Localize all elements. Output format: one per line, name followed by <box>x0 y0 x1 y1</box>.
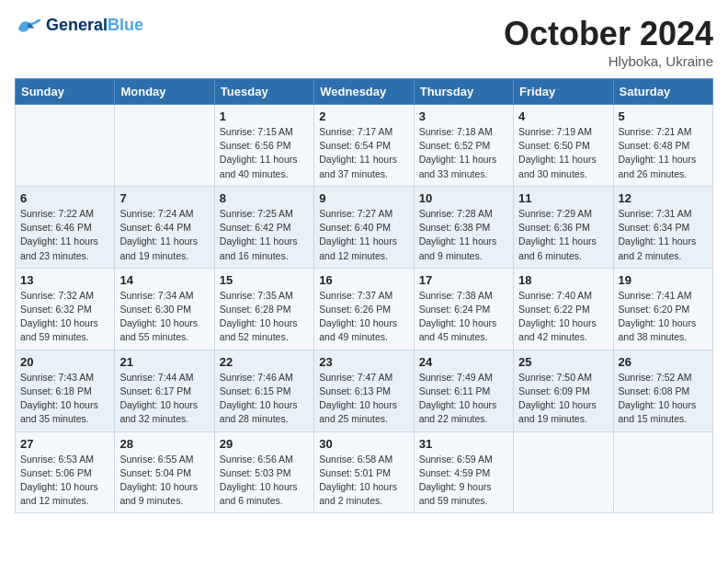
calendar-cell: 26Sunrise: 7:52 AM Sunset: 6:08 PM Dayli… <box>613 350 712 431</box>
day-detail: Sunrise: 7:49 AM Sunset: 6:11 PM Dayligh… <box>419 371 508 427</box>
calendar-cell: 14Sunrise: 7:34 AM Sunset: 6:30 PM Dayli… <box>115 268 214 350</box>
weekday-header-monday: Monday <box>115 79 214 105</box>
calendar-cell: 8Sunrise: 7:25 AM Sunset: 6:42 PM Daylig… <box>214 186 313 268</box>
day-number: 2 <box>319 109 408 123</box>
calendar-cell: 25Sunrise: 7:50 AM Sunset: 6:09 PM Dayli… <box>514 350 613 431</box>
day-number: 4 <box>518 109 608 123</box>
day-detail: Sunrise: 7:41 AM Sunset: 6:20 PM Dayligh… <box>619 289 708 345</box>
calendar-cell <box>514 431 613 513</box>
day-detail: Sunrise: 7:44 AM Sunset: 6:17 PM Dayligh… <box>119 371 209 427</box>
calendar-week-row: 1Sunrise: 7:15 AM Sunset: 6:56 PM Daylig… <box>16 105 713 187</box>
month-title: October 2024 <box>504 15 713 53</box>
calendar-cell: 1Sunrise: 7:15 AM Sunset: 6:56 PM Daylig… <box>214 105 313 187</box>
calendar-cell: 4Sunrise: 7:19 AM Sunset: 6:50 PM Daylig… <box>514 105 613 187</box>
calendar-week-row: 13Sunrise: 7:32 AM Sunset: 6:32 PM Dayli… <box>16 268 713 350</box>
calendar-cell <box>16 105 115 187</box>
day-number: 25 <box>518 355 608 369</box>
day-number: 26 <box>619 355 708 369</box>
day-detail: Sunrise: 7:47 AM Sunset: 6:13 PM Dayligh… <box>319 371 408 427</box>
weekday-header-thursday: Thursday <box>414 79 513 105</box>
day-number: 15 <box>220 273 309 287</box>
calendar-cell: 17Sunrise: 7:38 AM Sunset: 6:24 PM Dayli… <box>414 268 513 350</box>
weekday-header-wednesday: Wednesday <box>314 79 414 105</box>
day-detail: Sunrise: 6:59 AM Sunset: 4:59 PM Dayligh… <box>419 453 508 509</box>
calendar-cell: 19Sunrise: 7:41 AM Sunset: 6:20 PM Dayli… <box>613 268 712 350</box>
day-number: 28 <box>119 437 209 451</box>
day-detail: Sunrise: 7:19 AM Sunset: 6:50 PM Dayligh… <box>518 125 608 181</box>
calendar-cell: 11Sunrise: 7:29 AM Sunset: 6:36 PM Dayli… <box>514 186 613 268</box>
day-detail: Sunrise: 6:56 AM Sunset: 5:03 PM Dayligh… <box>220 453 309 509</box>
day-number: 20 <box>20 355 109 369</box>
weekday-header-tuesday: Tuesday <box>214 79 313 105</box>
day-detail: Sunrise: 7:32 AM Sunset: 6:32 PM Dayligh… <box>20 289 109 345</box>
day-detail: Sunrise: 7:37 AM Sunset: 6:26 PM Dayligh… <box>319 289 408 345</box>
day-number: 29 <box>220 437 309 451</box>
day-number: 11 <box>518 191 608 205</box>
day-detail: Sunrise: 7:22 AM Sunset: 6:46 PM Dayligh… <box>20 207 109 263</box>
calendar-cell: 3Sunrise: 7:18 AM Sunset: 6:52 PM Daylig… <box>414 105 513 187</box>
title-block: October 2024 Hlyboka, Ukraine <box>504 15 713 69</box>
day-number: 6 <box>20 191 109 205</box>
calendar-cell: 27Sunrise: 6:53 AM Sunset: 5:06 PM Dayli… <box>16 431 115 513</box>
day-number: 30 <box>319 437 408 451</box>
day-detail: Sunrise: 7:17 AM Sunset: 6:54 PM Dayligh… <box>319 125 408 181</box>
day-detail: Sunrise: 7:21 AM Sunset: 6:48 PM Dayligh… <box>619 125 708 181</box>
location-subtitle: Hlyboka, Ukraine <box>504 53 713 69</box>
weekday-header-sunday: Sunday <box>16 79 115 105</box>
day-detail: Sunrise: 7:29 AM Sunset: 6:36 PM Dayligh… <box>518 207 608 263</box>
day-detail: Sunrise: 7:27 AM Sunset: 6:40 PM Dayligh… <box>319 207 408 263</box>
calendar-cell: 30Sunrise: 6:58 AM Sunset: 5:01 PM Dayli… <box>314 431 414 513</box>
day-number: 22 <box>220 355 309 369</box>
day-detail: Sunrise: 7:50 AM Sunset: 6:09 PM Dayligh… <box>518 371 608 427</box>
day-number: 14 <box>119 273 209 287</box>
calendar-cell: 15Sunrise: 7:35 AM Sunset: 6:28 PM Dayli… <box>214 268 313 350</box>
calendar-cell: 23Sunrise: 7:47 AM Sunset: 6:13 PM Dayli… <box>314 350 414 431</box>
day-detail: Sunrise: 7:24 AM Sunset: 6:44 PM Dayligh… <box>119 207 209 263</box>
day-number: 21 <box>119 355 209 369</box>
day-number: 1 <box>220 109 309 123</box>
calendar-cell: 2Sunrise: 7:17 AM Sunset: 6:54 PM Daylig… <box>314 105 414 187</box>
day-number: 9 <box>319 191 408 205</box>
weekday-header-saturday: Saturday <box>613 79 712 105</box>
day-number: 24 <box>419 355 508 369</box>
day-number: 31 <box>419 437 508 451</box>
day-detail: Sunrise: 7:40 AM Sunset: 6:22 PM Dayligh… <box>518 289 608 345</box>
day-number: 12 <box>619 191 708 205</box>
logo-text: GeneralBlue <box>46 17 143 35</box>
calendar-cell: 31Sunrise: 6:59 AM Sunset: 4:59 PM Dayli… <box>414 431 513 513</box>
day-number: 10 <box>419 191 508 205</box>
calendar-cell: 13Sunrise: 7:32 AM Sunset: 6:32 PM Dayli… <box>16 268 115 350</box>
weekday-header-friday: Friday <box>514 79 613 105</box>
day-number: 7 <box>119 191 209 205</box>
calendar-cell: 24Sunrise: 7:49 AM Sunset: 6:11 PM Dayli… <box>414 350 513 431</box>
calendar-cell: 20Sunrise: 7:43 AM Sunset: 6:18 PM Dayli… <box>16 350 115 431</box>
logo: GeneralBlue <box>15 15 143 37</box>
page-header: GeneralBlue October 2024 Hlyboka, Ukrain… <box>15 15 713 69</box>
day-number: 18 <box>518 273 608 287</box>
calendar-cell: 12Sunrise: 7:31 AM Sunset: 6:34 PM Dayli… <box>613 186 712 268</box>
calendar-cell: 29Sunrise: 6:56 AM Sunset: 5:03 PM Dayli… <box>214 431 313 513</box>
calendar-table: SundayMondayTuesdayWednesdayThursdayFrid… <box>15 78 713 513</box>
calendar-week-row: 27Sunrise: 6:53 AM Sunset: 5:06 PM Dayli… <box>16 431 713 513</box>
day-detail: Sunrise: 7:31 AM Sunset: 6:34 PM Dayligh… <box>619 207 708 263</box>
day-detail: Sunrise: 7:25 AM Sunset: 6:42 PM Dayligh… <box>220 207 309 263</box>
weekday-header-row: SundayMondayTuesdayWednesdayThursdayFrid… <box>16 79 713 105</box>
day-detail: Sunrise: 6:53 AM Sunset: 5:06 PM Dayligh… <box>20 453 109 509</box>
calendar-cell: 28Sunrise: 6:55 AM Sunset: 5:04 PM Dayli… <box>115 431 214 513</box>
calendar-cell: 16Sunrise: 7:37 AM Sunset: 6:26 PM Dayli… <box>314 268 414 350</box>
day-number: 17 <box>419 273 508 287</box>
day-detail: Sunrise: 7:34 AM Sunset: 6:30 PM Dayligh… <box>119 289 209 345</box>
day-detail: Sunrise: 7:52 AM Sunset: 6:08 PM Dayligh… <box>619 371 708 427</box>
day-number: 27 <box>20 437 109 451</box>
calendar-cell: 21Sunrise: 7:44 AM Sunset: 6:17 PM Dayli… <box>115 350 214 431</box>
day-detail: Sunrise: 7:15 AM Sunset: 6:56 PM Dayligh… <box>220 125 309 181</box>
day-detail: Sunrise: 6:58 AM Sunset: 5:01 PM Dayligh… <box>319 453 408 509</box>
calendar-cell: 18Sunrise: 7:40 AM Sunset: 6:22 PM Dayli… <box>514 268 613 350</box>
calendar-cell: 7Sunrise: 7:24 AM Sunset: 6:44 PM Daylig… <box>115 186 214 268</box>
day-number: 23 <box>319 355 408 369</box>
calendar-cell <box>115 105 214 187</box>
day-number: 13 <box>20 273 109 287</box>
calendar-cell: 6Sunrise: 7:22 AM Sunset: 6:46 PM Daylig… <box>16 186 115 268</box>
day-detail: Sunrise: 7:28 AM Sunset: 6:38 PM Dayligh… <box>419 207 508 263</box>
logo-bird-icon <box>15 15 42 37</box>
